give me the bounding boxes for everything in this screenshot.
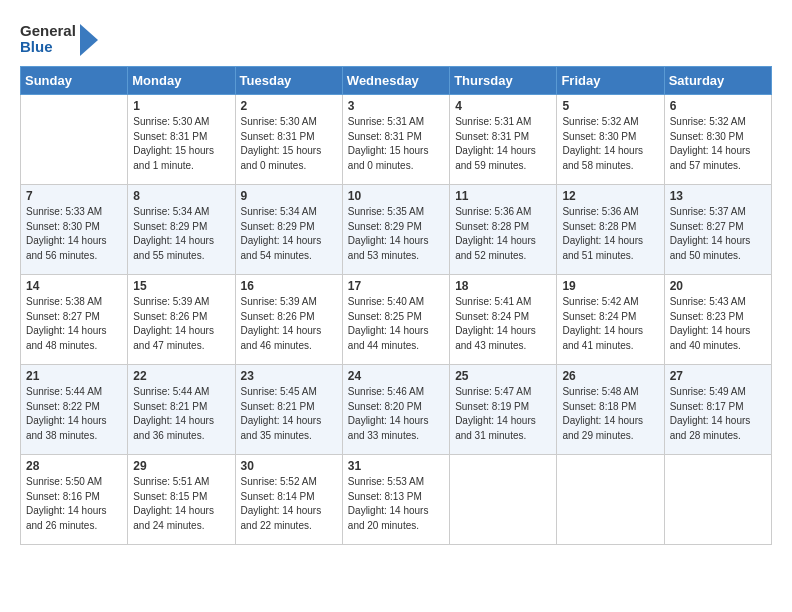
- day-number: 30: [241, 459, 337, 473]
- day-info: Sunrise: 5:43 AM Sunset: 8:23 PM Dayligh…: [670, 295, 766, 353]
- day-number: 23: [241, 369, 337, 383]
- day-number: 5: [562, 99, 658, 113]
- day-info: Sunrise: 5:32 AM Sunset: 8:30 PM Dayligh…: [670, 115, 766, 173]
- calendar-cell: 21Sunrise: 5:44 AM Sunset: 8:22 PM Dayli…: [21, 365, 128, 455]
- calendar-table: SundayMondayTuesdayWednesdayThursdayFrid…: [20, 66, 772, 545]
- calendar-cell: 7Sunrise: 5:33 AM Sunset: 8:30 PM Daylig…: [21, 185, 128, 275]
- day-number: 8: [133, 189, 229, 203]
- day-info: Sunrise: 5:50 AM Sunset: 8:16 PM Dayligh…: [26, 475, 122, 533]
- calendar-cell: 4Sunrise: 5:31 AM Sunset: 8:31 PM Daylig…: [450, 95, 557, 185]
- day-number: 15: [133, 279, 229, 293]
- day-info: Sunrise: 5:44 AM Sunset: 8:22 PM Dayligh…: [26, 385, 122, 443]
- calendar-cell: 25Sunrise: 5:47 AM Sunset: 8:19 PM Dayli…: [450, 365, 557, 455]
- calendar-cell: 12Sunrise: 5:36 AM Sunset: 8:28 PM Dayli…: [557, 185, 664, 275]
- logo-triangle-icon: [78, 20, 100, 58]
- day-number: 18: [455, 279, 551, 293]
- day-number: 16: [241, 279, 337, 293]
- calendar-cell: 29Sunrise: 5:51 AM Sunset: 8:15 PM Dayli…: [128, 455, 235, 545]
- calendar-cell: 23Sunrise: 5:45 AM Sunset: 8:21 PM Dayli…: [235, 365, 342, 455]
- calendar-cell: 10Sunrise: 5:35 AM Sunset: 8:29 PM Dayli…: [342, 185, 449, 275]
- calendar-cell: [21, 95, 128, 185]
- calendar-cell: 28Sunrise: 5:50 AM Sunset: 8:16 PM Dayli…: [21, 455, 128, 545]
- calendar-cell: 11Sunrise: 5:36 AM Sunset: 8:28 PM Dayli…: [450, 185, 557, 275]
- day-header-friday: Friday: [557, 67, 664, 95]
- calendar-cell: 22Sunrise: 5:44 AM Sunset: 8:21 PM Dayli…: [128, 365, 235, 455]
- day-number: 2: [241, 99, 337, 113]
- day-number: 9: [241, 189, 337, 203]
- day-info: Sunrise: 5:36 AM Sunset: 8:28 PM Dayligh…: [455, 205, 551, 263]
- day-number: 12: [562, 189, 658, 203]
- calendar-cell: [664, 455, 771, 545]
- day-info: Sunrise: 5:35 AM Sunset: 8:29 PM Dayligh…: [348, 205, 444, 263]
- calendar-cell: 9Sunrise: 5:34 AM Sunset: 8:29 PM Daylig…: [235, 185, 342, 275]
- day-header-thursday: Thursday: [450, 67, 557, 95]
- day-info: Sunrise: 5:40 AM Sunset: 8:25 PM Dayligh…: [348, 295, 444, 353]
- calendar-cell: 19Sunrise: 5:42 AM Sunset: 8:24 PM Dayli…: [557, 275, 664, 365]
- calendar-cell: 18Sunrise: 5:41 AM Sunset: 8:24 PM Dayli…: [450, 275, 557, 365]
- day-number: 7: [26, 189, 122, 203]
- day-info: Sunrise: 5:36 AM Sunset: 8:28 PM Dayligh…: [562, 205, 658, 263]
- calendar-cell: [557, 455, 664, 545]
- header: General Blue: [20, 20, 772, 58]
- calendar-cell: 8Sunrise: 5:34 AM Sunset: 8:29 PM Daylig…: [128, 185, 235, 275]
- day-info: Sunrise: 5:48 AM Sunset: 8:18 PM Dayligh…: [562, 385, 658, 443]
- day-info: Sunrise: 5:49 AM Sunset: 8:17 PM Dayligh…: [670, 385, 766, 443]
- day-number: 1: [133, 99, 229, 113]
- day-info: Sunrise: 5:46 AM Sunset: 8:20 PM Dayligh…: [348, 385, 444, 443]
- day-info: Sunrise: 5:51 AM Sunset: 8:15 PM Dayligh…: [133, 475, 229, 533]
- calendar-cell: 6Sunrise: 5:32 AM Sunset: 8:30 PM Daylig…: [664, 95, 771, 185]
- day-info: Sunrise: 5:34 AM Sunset: 8:29 PM Dayligh…: [133, 205, 229, 263]
- day-number: 31: [348, 459, 444, 473]
- day-number: 13: [670, 189, 766, 203]
- day-info: Sunrise: 5:45 AM Sunset: 8:21 PM Dayligh…: [241, 385, 337, 443]
- day-header-monday: Monday: [128, 67, 235, 95]
- day-info: Sunrise: 5:37 AM Sunset: 8:27 PM Dayligh…: [670, 205, 766, 263]
- calendar-cell: 2Sunrise: 5:30 AM Sunset: 8:31 PM Daylig…: [235, 95, 342, 185]
- calendar-cell: 3Sunrise: 5:31 AM Sunset: 8:31 PM Daylig…: [342, 95, 449, 185]
- day-info: Sunrise: 5:39 AM Sunset: 8:26 PM Dayligh…: [133, 295, 229, 353]
- svg-marker-0: [80, 24, 98, 56]
- day-number: 25: [455, 369, 551, 383]
- calendar-cell: 13Sunrise: 5:37 AM Sunset: 8:27 PM Dayli…: [664, 185, 771, 275]
- day-header-wednesday: Wednesday: [342, 67, 449, 95]
- calendar-cell: 31Sunrise: 5:53 AM Sunset: 8:13 PM Dayli…: [342, 455, 449, 545]
- logo: General Blue: [20, 20, 100, 58]
- calendar-cell: 26Sunrise: 5:48 AM Sunset: 8:18 PM Dayli…: [557, 365, 664, 455]
- calendar-cell: 17Sunrise: 5:40 AM Sunset: 8:25 PM Dayli…: [342, 275, 449, 365]
- calendar-cell: 14Sunrise: 5:38 AM Sunset: 8:27 PM Dayli…: [21, 275, 128, 365]
- calendar-cell: 1Sunrise: 5:30 AM Sunset: 8:31 PM Daylig…: [128, 95, 235, 185]
- day-info: Sunrise: 5:30 AM Sunset: 8:31 PM Dayligh…: [241, 115, 337, 173]
- calendar-cell: 24Sunrise: 5:46 AM Sunset: 8:20 PM Dayli…: [342, 365, 449, 455]
- calendar-cell: 16Sunrise: 5:39 AM Sunset: 8:26 PM Dayli…: [235, 275, 342, 365]
- calendar-cell: 5Sunrise: 5:32 AM Sunset: 8:30 PM Daylig…: [557, 95, 664, 185]
- day-info: Sunrise: 5:32 AM Sunset: 8:30 PM Dayligh…: [562, 115, 658, 173]
- day-number: 28: [26, 459, 122, 473]
- calendar-cell: 20Sunrise: 5:43 AM Sunset: 8:23 PM Dayli…: [664, 275, 771, 365]
- day-number: 17: [348, 279, 444, 293]
- day-number: 26: [562, 369, 658, 383]
- day-header-sunday: Sunday: [21, 67, 128, 95]
- day-header-saturday: Saturday: [664, 67, 771, 95]
- day-info: Sunrise: 5:33 AM Sunset: 8:30 PM Dayligh…: [26, 205, 122, 263]
- day-info: Sunrise: 5:52 AM Sunset: 8:14 PM Dayligh…: [241, 475, 337, 533]
- day-number: 4: [455, 99, 551, 113]
- day-number: 22: [133, 369, 229, 383]
- day-header-tuesday: Tuesday: [235, 67, 342, 95]
- day-number: 27: [670, 369, 766, 383]
- day-number: 6: [670, 99, 766, 113]
- day-number: 20: [670, 279, 766, 293]
- calendar-cell: 27Sunrise: 5:49 AM Sunset: 8:17 PM Dayli…: [664, 365, 771, 455]
- day-info: Sunrise: 5:47 AM Sunset: 8:19 PM Dayligh…: [455, 385, 551, 443]
- logo-blue: Blue: [20, 39, 76, 56]
- day-number: 11: [455, 189, 551, 203]
- day-info: Sunrise: 5:53 AM Sunset: 8:13 PM Dayligh…: [348, 475, 444, 533]
- day-info: Sunrise: 5:42 AM Sunset: 8:24 PM Dayligh…: [562, 295, 658, 353]
- calendar-cell: 30Sunrise: 5:52 AM Sunset: 8:14 PM Dayli…: [235, 455, 342, 545]
- day-number: 19: [562, 279, 658, 293]
- day-number: 24: [348, 369, 444, 383]
- day-number: 29: [133, 459, 229, 473]
- day-info: Sunrise: 5:41 AM Sunset: 8:24 PM Dayligh…: [455, 295, 551, 353]
- day-info: Sunrise: 5:39 AM Sunset: 8:26 PM Dayligh…: [241, 295, 337, 353]
- day-info: Sunrise: 5:38 AM Sunset: 8:27 PM Dayligh…: [26, 295, 122, 353]
- day-number: 14: [26, 279, 122, 293]
